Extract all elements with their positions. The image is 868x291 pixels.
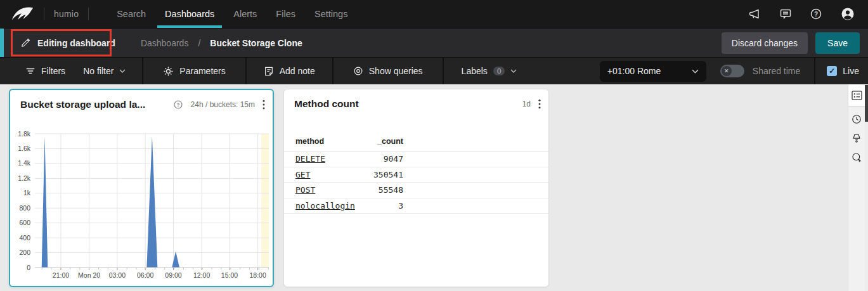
method-cell-link[interactable]: nolocallogin	[295, 201, 365, 210]
shared-time-label: Shared time	[753, 66, 800, 76]
timezone-select[interactable]: +01:00 Rome	[600, 61, 706, 82]
count-cell: 350541	[365, 170, 403, 179]
time-settings-button[interactable]	[848, 114, 865, 124]
widget-help-icon[interactable]: ?	[173, 100, 183, 110]
column-header-count: _count	[365, 137, 403, 146]
live-checkbox[interactable]: ✓	[827, 66, 837, 76]
widget-menu-kebab-icon[interactable]	[262, 100, 265, 110]
nav-item-files[interactable]: Files	[266, 0, 305, 28]
count-cell: 55548	[365, 185, 403, 195]
widget-time-info: 24h / buckets: 15m	[191, 100, 255, 109]
widget-menu-kebab-icon[interactable]	[538, 99, 541, 109]
svg-text:03:00: 03:00	[109, 271, 126, 279]
svg-text:09:00: 09:00	[165, 271, 181, 279]
svg-text:18:00: 18:00	[250, 271, 266, 279]
divider	[44, 8, 44, 20]
pencil-icon	[21, 38, 30, 48]
show-queries-button[interactable]: Show queries	[334, 58, 443, 84]
styling-button[interactable]	[848, 133, 865, 144]
svg-text:600: 600	[19, 219, 30, 226]
vertical-scrollbar[interactable]	[865, 84, 868, 291]
dashboard-canvas: Bucket storage upload la... ? 24h / buck…	[0, 84, 868, 291]
nav-item-alerts[interactable]: Alerts	[224, 0, 266, 28]
announcements-icon[interactable]	[748, 8, 761, 20]
breadcrumb-dashboards[interactable]: Dashboards	[141, 38, 189, 48]
nav-item-search[interactable]: Search	[107, 0, 155, 28]
labels-label: Labels	[462, 66, 488, 76]
chevron-down-icon	[510, 69, 517, 73]
method-cell-link[interactable]: DELETE	[295, 154, 365, 164]
gear-icon	[163, 66, 174, 77]
labels-count-badge: 0	[493, 67, 505, 75]
timezone-value: +01:00 Rome	[607, 66, 687, 76]
svg-text:Mon 20: Mon 20	[78, 271, 100, 279]
live-label: Live	[843, 66, 859, 76]
svg-text:15:00: 15:00	[221, 271, 238, 279]
breadcrumb-separator: /	[198, 38, 200, 48]
filter-select[interactable]: No filter	[65, 58, 142, 84]
svg-text:800: 800	[19, 204, 30, 212]
add-note-button[interactable]: Add note	[247, 58, 332, 84]
method-cell-link[interactable]: GET	[295, 170, 365, 179]
svg-text:1.6k: 1.6k	[18, 145, 31, 152]
top-nav-bar: humio SearchDashboardsAlertsFilesSetting…	[0, 0, 868, 28]
filters-group[interactable]: Filters	[0, 58, 65, 84]
show-queries-label: Show queries	[369, 66, 423, 76]
editing-accent-stripe	[0, 29, 4, 57]
svg-text:?: ?	[176, 102, 179, 108]
table-row: nolocallogin3	[284, 198, 548, 214]
filter-icon	[25, 66, 36, 76]
labels-dropdown[interactable]: Labels 0	[444, 58, 517, 84]
count-cell: 9047	[365, 154, 403, 164]
svg-text:400: 400	[19, 234, 30, 242]
right-tool-rail	[848, 84, 865, 291]
widget-title: Method count	[294, 98, 359, 110]
note-icon	[264, 66, 274, 77]
nav-item-dashboards[interactable]: Dashboards	[155, 0, 224, 28]
svg-text:21:00: 21:00	[53, 271, 69, 279]
save-button[interactable]: Save	[815, 32, 860, 54]
account-icon[interactable]	[840, 6, 855, 22]
lamp-icon	[852, 133, 862, 144]
table-body: DELETE9047GET350541POST55548nolocallogin…	[284, 152, 548, 214]
interactions-button[interactable]	[848, 152, 865, 163]
latency-area-chart: 02004006008001k1.2k1.4k1.6k1.8k21:00Mon …	[10, 125, 273, 286]
chevron-down-icon	[119, 69, 126, 73]
brand-name: humio	[54, 9, 79, 19]
count-cell: 3	[365, 201, 403, 210]
svg-text:06:00: 06:00	[137, 271, 153, 279]
table-row: DELETE9047	[284, 152, 548, 167]
widget-method-count[interactable]: Method count 1d method _count DELETE9047…	[283, 89, 549, 287]
parameters-button[interactable]: Parameters	[143, 58, 245, 84]
main-nav: SearchDashboardsAlertsFilesSettings	[107, 0, 357, 28]
live-control: ✓ Live	[815, 58, 868, 84]
svg-text:0: 0	[27, 264, 30, 271]
divider	[88, 8, 89, 20]
parameters-label: Parameters	[179, 66, 225, 76]
widgets-panel-button[interactable]	[848, 84, 865, 106]
svg-text:1.4k: 1.4k	[18, 159, 31, 167]
shared-time-toggle[interactable]: ✕	[720, 65, 744, 77]
svg-text:200: 200	[19, 249, 30, 256]
breadcrumb-current: Bucket Storage Clone	[210, 38, 302, 48]
column-header-method: method	[295, 137, 365, 146]
table-header-row: method _count	[284, 131, 548, 152]
svg-text:1.2k: 1.2k	[18, 174, 31, 182]
chevron-down-icon	[692, 69, 699, 74]
widget-list-icon	[852, 91, 862, 100]
editing-dashboard-indicator: Editing dashboard	[21, 38, 115, 48]
nav-item-settings[interactable]: Settings	[305, 0, 357, 28]
method-cell-link[interactable]: POST	[295, 185, 365, 195]
scrollbar-thumb[interactable]	[865, 85, 868, 122]
clock-icon	[852, 114, 862, 124]
add-note-label: Add note	[280, 66, 315, 76]
filters-label: Filters	[41, 66, 65, 76]
crowdstrike-falcon-logo[interactable]	[10, 6, 34, 22]
filter-value: No filter	[83, 66, 113, 76]
widget-bucket-storage-chart[interactable]: Bucket storage upload la... ? 24h / buck…	[9, 89, 274, 287]
shared-time-control: ✕ Shared time	[706, 58, 814, 84]
feedback-icon[interactable]	[779, 8, 792, 20]
svg-text:12:00: 12:00	[193, 271, 210, 279]
discard-changes-button[interactable]: Discard changes	[722, 32, 808, 54]
help-icon[interactable]: ?	[810, 8, 822, 20]
